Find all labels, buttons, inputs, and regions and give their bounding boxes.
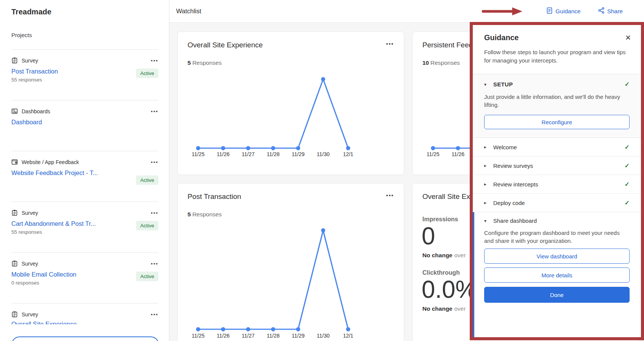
annotation-arrow-icon: [482, 7, 523, 16]
guidance-panel-title: Guidance: [484, 33, 628, 42]
more-menu-icon[interactable]: •••: [151, 59, 158, 63]
dashboards-icon: [11, 108, 18, 114]
caret-down-icon[interactable]: ▾: [484, 82, 493, 87]
line-chart: 11/2511/2611/2711/2811/2911/3012/1: [178, 69, 405, 165]
responses-label: Responses: [192, 211, 222, 217]
clipped-project-link-wrap: Overall Site Experience: [11, 321, 158, 324]
website-icon: [11, 159, 18, 165]
project-link[interactable]: Dashboard: [11, 119, 42, 126]
caret-right-icon[interactable]: ▸: [484, 181, 493, 187]
guidance-steps-list: ▾SETUP✓Just provide a little information…: [473, 74, 641, 337]
section-description: Just provide a little information, and w…: [484, 93, 630, 109]
guidance-intro: Follow these steps to launch your progra…: [473, 44, 641, 74]
project-item: Website / App Feedback•••Website Feedbac…: [11, 151, 158, 202]
guidance-section-welcome: ▸Welcome✓: [473, 138, 641, 156]
more-menu-icon[interactable]: •••: [151, 160, 158, 164]
section-label[interactable]: Review surveys: [493, 163, 533, 169]
svg-text:11/25: 11/25: [192, 333, 205, 339]
watchlist-header: Watchlist: [169, 0, 644, 23]
project-item: Survey•••Post Transaction55 responsesAct…: [11, 49, 158, 100]
svg-text:11/26: 11/26: [217, 333, 230, 339]
project-type-label: Survey: [22, 261, 38, 267]
project-list: Survey•••Post Transaction55 responsesAct…: [11, 49, 158, 341]
projects-section-label: Projects: [11, 32, 158, 38]
project-item: Dashboards•••Dashboard: [11, 100, 158, 151]
svg-text:11/26: 11/26: [217, 151, 230, 157]
section-label[interactable]: Welcome: [493, 144, 517, 150]
status-badge: Active: [136, 69, 158, 78]
check-icon: ✓: [625, 81, 630, 88]
project-link[interactable]: Post Transaction: [11, 68, 58, 75]
card-title: Post Transaction: [188, 192, 241, 201]
svg-text:12/1: 12/1: [343, 333, 353, 339]
guidance-section-review-surveys: ▸Review surveys✓: [473, 156, 641, 175]
survey-icon: [11, 311, 18, 318]
project-type-label: Website / App Feedback: [22, 159, 79, 165]
close-icon[interactable]: ✕: [625, 33, 631, 42]
svg-text:11/30: 11/30: [317, 333, 330, 339]
svg-text:11/27: 11/27: [242, 151, 255, 157]
line-chart: 11/2511/2611/2711/2811/2911/3012/1: [178, 225, 405, 341]
share-link[interactable]: Share: [598, 7, 623, 15]
guidance-section-review-intercepts: ▸Review intercepts✓: [473, 175, 641, 194]
section-label[interactable]: Review intercepts: [493, 181, 538, 188]
project-item: Survey•••Overall Site Experience: [11, 303, 158, 341]
app-title: Treadmade: [11, 0, 158, 16]
guidance-section-deploy-code: ▸Deploy code✓: [473, 194, 641, 212]
survey-icon: [11, 260, 18, 267]
caret-right-icon[interactable]: ▸: [484, 200, 493, 205]
svg-text:11/25: 11/25: [427, 151, 439, 157]
section-label[interactable]: Share dashboard: [493, 217, 537, 224]
guidance-section-setup: ▾SETUP✓Just provide a little information…: [473, 74, 641, 138]
svg-text:11/29: 11/29: [292, 151, 305, 157]
status-badge: Active: [136, 272, 158, 281]
svg-text:11/28: 11/28: [267, 333, 280, 339]
project-type-label: Dashboards: [22, 108, 50, 114]
guidance-section-share-dashboard: ▾Share dashboardConfigure the program da…: [473, 212, 641, 337]
more-menu-icon[interactable]: •••: [151, 211, 158, 215]
guidance-link[interactable]: Guidance: [546, 7, 580, 16]
section-label[interactable]: SETUP: [493, 81, 513, 88]
responses-count: 5: [188, 211, 191, 217]
project-link[interactable]: Overall Site Experience: [11, 321, 77, 324]
more-menu-icon[interactable]: •••: [151, 109, 158, 113]
svg-text:11/27: 11/27: [242, 333, 255, 339]
project-type-label: Survey: [22, 58, 38, 64]
check-icon: ✓: [625, 181, 630, 188]
reconfigure-button[interactable]: Reconfigure: [484, 115, 630, 129]
card-title: Overall Site Experience: [188, 41, 263, 49]
project-link[interactable]: Mobile Email Collection: [11, 271, 77, 278]
caret-right-icon[interactable]: ▸: [484, 163, 493, 168]
survey-icon: [11, 210, 18, 216]
project-link[interactable]: Cart Abandonment & Post Tr...: [11, 220, 96, 227]
share-icon: [598, 7, 605, 15]
check-icon: ✓: [625, 144, 630, 151]
svg-text:11/30: 11/30: [317, 151, 330, 157]
responses-label: Responses: [430, 59, 460, 66]
section-label[interactable]: Deploy code: [493, 200, 525, 206]
caret-right-icon[interactable]: ▸: [484, 144, 493, 150]
project-link[interactable]: Website Feedback Project - T...: [11, 169, 98, 177]
guidance-link-label: Guidance: [555, 8, 580, 15]
status-badge: Active: [136, 221, 158, 230]
more-menu-icon[interactable]: •••: [151, 262, 158, 266]
more-menu-icon[interactable]: •••: [386, 41, 394, 47]
sidebar-bottom-button[interactable]: [11, 336, 159, 341]
done-button[interactable]: Done: [484, 287, 630, 303]
chart-card-post-transaction: Post Transaction ••• 5Responses 11/2511/…: [177, 183, 404, 341]
share-link-label: Share: [607, 8, 623, 15]
more-menu-icon[interactable]: •••: [151, 313, 158, 316]
project-type-label: Survey: [22, 210, 38, 216]
status-badge: Active: [136, 175, 158, 185]
caret-down-icon[interactable]: ▾: [484, 218, 493, 224]
app-window: Treadmade Projects Survey•••Post Transac…: [0, 0, 644, 341]
svg-text:11/28: 11/28: [267, 151, 280, 157]
more-details-button[interactable]: More details: [484, 267, 630, 283]
check-icon: ✓: [625, 162, 630, 169]
responses-count: 5: [188, 59, 191, 66]
view-dashboard-button[interactable]: View dashboard: [484, 249, 630, 264]
project-item: Survey•••Cart Abandonment & Post Tr...55…: [11, 202, 158, 252]
more-menu-icon[interactable]: •••: [386, 192, 394, 199]
chart-card-overall-site-experience: Overall Site Experience ••• 5Responses 1…: [177, 31, 404, 175]
responses-count: 10: [422, 59, 429, 66]
